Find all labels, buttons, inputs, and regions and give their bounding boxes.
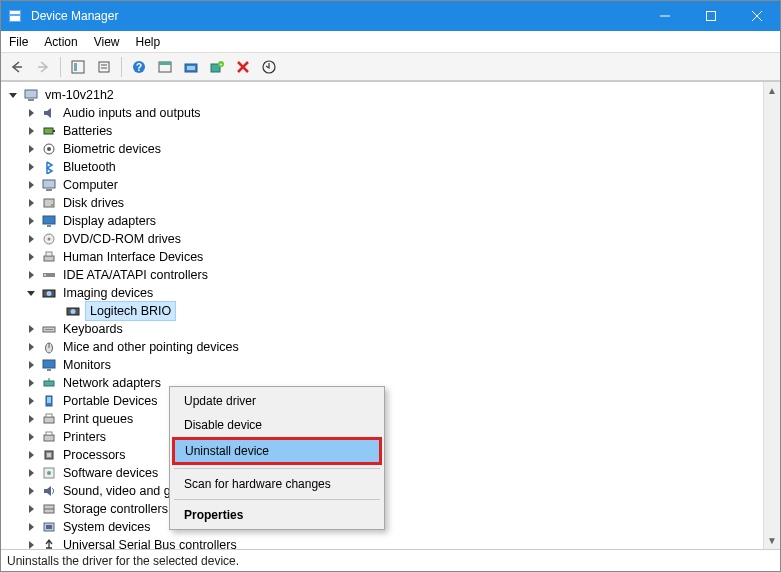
expand-collapse-icon[interactable] xyxy=(25,413,37,425)
status-text: Uninstalls the driver for the selected d… xyxy=(7,554,239,568)
expand-collapse-icon[interactable] xyxy=(25,233,37,245)
category-icon xyxy=(41,393,57,409)
expand-collapse-icon[interactable] xyxy=(25,125,37,137)
menu-view[interactable]: View xyxy=(94,35,120,49)
svg-rect-55 xyxy=(47,397,51,403)
svg-point-63 xyxy=(47,471,51,475)
tree-category[interactable]: IDE ATA/ATAPI controllers xyxy=(1,266,763,284)
context-uninstall-device[interactable]: Uninstall device xyxy=(172,437,382,465)
context-disable-device[interactable]: Disable device xyxy=(172,413,382,437)
show-hide-console-tree-button[interactable] xyxy=(66,56,90,78)
expand-collapse-icon[interactable] xyxy=(25,359,37,371)
svg-rect-4 xyxy=(707,12,716,21)
svg-rect-17 xyxy=(187,66,195,70)
svg-rect-7 xyxy=(72,61,84,73)
expand-collapse-icon[interactable] xyxy=(25,449,37,461)
scan-hardware-button[interactable] xyxy=(179,56,203,78)
svg-rect-58 xyxy=(44,435,54,441)
expand-collapse-icon[interactable] xyxy=(25,323,37,335)
tree-category[interactable]: Batteries xyxy=(1,122,763,140)
add-hardware-button[interactable]: + xyxy=(205,56,229,78)
tree-category[interactable]: DVD/CD-ROM drives xyxy=(1,230,763,248)
category-icon xyxy=(41,501,57,517)
context-update-driver[interactable]: Update driver xyxy=(172,389,382,413)
expand-collapse-icon[interactable] xyxy=(25,179,37,191)
tree-category[interactable]: Audio inputs and outputs xyxy=(1,104,763,122)
category-icon xyxy=(41,411,57,427)
tree-category[interactable]: Biometric devices xyxy=(1,140,763,158)
back-button[interactable] xyxy=(5,56,29,78)
vertical-scrollbar[interactable]: ▲ ▼ xyxy=(763,82,780,549)
menu-help[interactable]: Help xyxy=(136,35,161,49)
tree-device[interactable]: Logitech BRIO xyxy=(1,302,763,320)
expand-collapse-icon[interactable] xyxy=(25,107,37,119)
expand-collapse-icon[interactable] xyxy=(25,539,37,549)
statusbar: Uninstalls the driver for the selected d… xyxy=(1,549,780,571)
uninstall-button[interactable] xyxy=(231,56,255,78)
toolbar-separator xyxy=(60,57,61,77)
category-icon xyxy=(41,339,57,355)
category-label: Keyboards xyxy=(61,320,125,338)
category-icon xyxy=(41,483,57,499)
expand-collapse-icon[interactable] xyxy=(25,485,37,497)
tree-root[interactable]: vm-10v21h2 xyxy=(1,86,763,104)
tree-category[interactable]: Mice and other pointing devices xyxy=(1,338,763,356)
expand-collapse-icon[interactable] xyxy=(7,89,19,101)
expand-collapse-icon[interactable] xyxy=(25,143,37,155)
menu-action[interactable]: Action xyxy=(44,35,77,49)
tree-category[interactable]: Computer xyxy=(1,176,763,194)
expand-collapse-icon[interactable] xyxy=(25,467,37,479)
minimize-button[interactable] xyxy=(642,1,688,31)
context-scan-hardware[interactable]: Scan for hardware changes xyxy=(172,472,382,496)
tree-category[interactable]: Human Interface Devices xyxy=(1,248,763,266)
help-button[interactable]: ? xyxy=(127,56,151,78)
device-tree[interactable]: vm-10v21h2 Audio inputs and outputsBatte… xyxy=(1,82,763,549)
menu-file[interactable]: File xyxy=(9,35,28,49)
expand-collapse-icon[interactable] xyxy=(25,287,37,299)
toolbar-separator xyxy=(121,57,122,77)
category-icon xyxy=(41,447,57,463)
svg-rect-50 xyxy=(43,360,55,368)
expand-collapse-icon[interactable] xyxy=(25,269,37,281)
svg-point-43 xyxy=(47,291,52,296)
forward-button[interactable] xyxy=(31,56,55,78)
expand-collapse-icon[interactable] xyxy=(25,161,37,173)
maximize-button[interactable] xyxy=(688,1,734,31)
category-icon xyxy=(41,285,57,301)
category-label: Storage controllers xyxy=(61,500,170,518)
svg-point-37 xyxy=(48,238,51,241)
tree-category[interactable]: Display adapters xyxy=(1,212,763,230)
svg-rect-31 xyxy=(46,189,52,191)
tree-category[interactable]: Bluetooth xyxy=(1,158,763,176)
expand-collapse-icon[interactable] xyxy=(25,521,37,533)
category-icon xyxy=(41,465,57,481)
category-label: Network adapters xyxy=(61,374,163,392)
context-properties[interactable]: Properties xyxy=(172,503,382,527)
expand-collapse-icon[interactable] xyxy=(25,197,37,209)
expand-collapse-icon[interactable] xyxy=(25,341,37,353)
computer-icon xyxy=(23,87,39,103)
scroll-up-button[interactable]: ▲ xyxy=(764,82,780,99)
toolbar: ? + xyxy=(1,53,780,81)
category-label: Print queues xyxy=(61,410,135,428)
tree-category[interactable]: Keyboards xyxy=(1,320,763,338)
svg-rect-67 xyxy=(46,525,52,529)
expand-collapse-icon[interactable] xyxy=(25,431,37,443)
update-driver-button[interactable] xyxy=(257,56,281,78)
context-separator xyxy=(174,468,380,469)
properties-button[interactable] xyxy=(92,56,116,78)
expand-collapse-icon[interactable] xyxy=(25,251,37,263)
tree-category[interactable]: Universal Serial Bus controllers xyxy=(1,536,763,549)
tree-category[interactable]: Imaging devices xyxy=(1,284,763,302)
tree-category[interactable]: Monitors xyxy=(1,356,763,374)
expand-collapse-icon[interactable] xyxy=(25,395,37,407)
tree-category[interactable]: Disk drives xyxy=(1,194,763,212)
expand-collapse-icon[interactable] xyxy=(25,377,37,389)
expand-collapse-icon[interactable] xyxy=(25,215,37,227)
scroll-down-button[interactable]: ▼ xyxy=(764,532,780,549)
titlebar: Device Manager xyxy=(1,1,780,31)
close-button[interactable] xyxy=(734,1,780,31)
expand-collapse-icon[interactable] xyxy=(25,503,37,515)
action-button[interactable] xyxy=(153,56,177,78)
context-menu: Update driver Disable device Uninstall d… xyxy=(169,386,385,530)
